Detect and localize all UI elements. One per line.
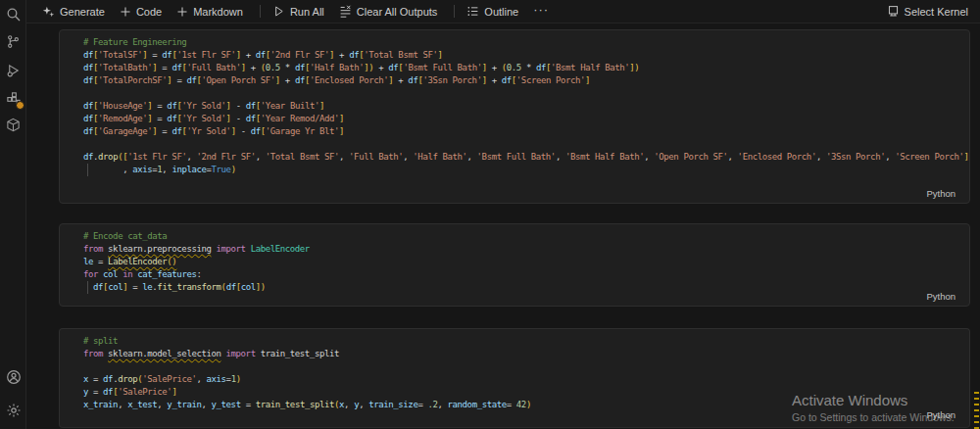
add-markdown-cell-button[interactable]: Markdown bbox=[176, 6, 243, 18]
plus-icon bbox=[120, 6, 131, 18]
kernel-icon bbox=[887, 5, 900, 20]
code-line bbox=[83, 360, 961, 373]
run-all-button[interactable]: Run All bbox=[272, 5, 324, 18]
code-line: # split bbox=[83, 335, 961, 348]
notebook-toolbar: Generate Code Markdown Run All Clear Al bbox=[26, 0, 980, 24]
select-kernel-label: Select Kernel bbox=[905, 6, 968, 18]
cell-language-badge[interactable]: Python bbox=[926, 291, 956, 302]
add-markdown-label: Markdown bbox=[193, 6, 243, 18]
scrollbar-warning-mark bbox=[974, 404, 979, 405]
code-line: df['GarageAge'] = df['Yr Sold'] - df['Ga… bbox=[83, 125, 961, 138]
code-editor[interactable]: # Encode cat_datafrom sklearn.preprocess… bbox=[60, 224, 969, 294]
code-editor[interactable]: # splitfrom sklearn.model_selection impo… bbox=[60, 329, 969, 411]
outline-button[interactable]: Outline bbox=[466, 5, 518, 18]
code-line: df['TotalBath'] = df['Full Bath'] + (0.5… bbox=[83, 62, 961, 74]
sparkle-icon bbox=[42, 5, 55, 18]
code-line: df['TotalPorchSF'] = df['Open Porch SF']… bbox=[83, 74, 961, 87]
generate-button[interactable]: Generate bbox=[42, 5, 105, 18]
code-line: # Feature Engineering bbox=[83, 36, 961, 49]
code-line: x_train, x_test, y_train, y_test = train… bbox=[83, 399, 961, 411]
search-icon[interactable] bbox=[0, 2, 26, 27]
run-all-icon bbox=[272, 5, 285, 18]
toolbar-separator bbox=[260, 5, 261, 18]
overview-ruler[interactable] bbox=[972, 0, 980, 429]
scrollbar-warning-mark bbox=[974, 398, 979, 400]
run-all-label: Run All bbox=[290, 6, 324, 18]
run-and-debug-icon[interactable] bbox=[0, 58, 26, 83]
code-line: df[col] = le.fit_transform(df[col]) bbox=[83, 281, 961, 294]
code-line: y = df['SalePrice'] bbox=[83, 386, 961, 399]
add-code-cell-button[interactable]: Code bbox=[120, 6, 162, 18]
notebook-cell[interactable]: # Feature Engineeringdf['TotalSF'] = df[… bbox=[59, 29, 970, 204]
scrollbar-warning-mark bbox=[974, 415, 979, 417]
cell-language-badge[interactable]: Python bbox=[926, 188, 956, 199]
code-line: x = df.drop('SalePrice', axis=1) bbox=[83, 373, 961, 386]
generate-label: Generate bbox=[60, 6, 105, 18]
clear-all-outputs-button[interactable]: Clear All Outputs bbox=[339, 5, 438, 18]
code-line bbox=[83, 87, 961, 100]
clear-all-outputs-label: Clear All Outputs bbox=[357, 6, 438, 18]
code-editor[interactable]: # Feature Engineeringdf['TotalSF'] = df[… bbox=[60, 30, 969, 176]
code-line: for col in cat_features: bbox=[83, 268, 961, 281]
select-kernel-button[interactable]: Select Kernel bbox=[887, 0, 968, 24]
account-icon[interactable] bbox=[0, 364, 26, 390]
code-line: from sklearn.model_selection import trai… bbox=[83, 348, 961, 360]
toolbar-separator bbox=[454, 5, 455, 18]
plus-icon bbox=[176, 6, 188, 18]
code-line: , axis=1, inplace=True) bbox=[83, 164, 961, 176]
extensions-warning-badge bbox=[16, 101, 24, 110]
scrollbar-warning-mark bbox=[974, 392, 979, 394]
notebook-cell[interactable]: # splitfrom sklearn.model_selection impo… bbox=[59, 328, 970, 428]
code-line: df['HouseAge'] = df['Yr Sold'] - df['Yea… bbox=[83, 100, 961, 113]
code-line: from sklearn.preprocessing import LabelE… bbox=[83, 243, 961, 256]
code-line: # Encode cat_data bbox=[83, 230, 961, 243]
scrollbar-warning-mark bbox=[974, 409, 979, 411]
extensions-icon[interactable] bbox=[0, 85, 26, 111]
activity-bar bbox=[0, 0, 26, 429]
scrollbar-warning-mark bbox=[974, 421, 979, 423]
more-actions-icon[interactable]: ··· bbox=[533, 2, 549, 17]
code-line: df.drop(['1st Flr SF', '2nd Flr SF', 'To… bbox=[83, 151, 961, 164]
outline-list-icon bbox=[466, 5, 479, 18]
add-code-label: Code bbox=[136, 6, 162, 18]
outline-label: Outline bbox=[484, 6, 518, 18]
code-line: le = LabelEncoder() bbox=[83, 256, 961, 268]
notebook-cell[interactable]: # Encode cat_datafrom sklearn.preprocess… bbox=[59, 223, 970, 307]
vscode-window: Generate Code Markdown Run All Clear Al bbox=[0, 0, 980, 429]
clear-all-icon bbox=[339, 5, 352, 18]
settings-gear-icon[interactable] bbox=[0, 398, 26, 423]
remote-package-icon[interactable] bbox=[0, 112, 26, 137]
cell-language-badge[interactable]: Python bbox=[926, 409, 956, 420]
source-control-icon[interactable] bbox=[0, 28, 26, 54]
code-line: df['RemodAge'] = df['Yr Sold'] - df['Yea… bbox=[83, 113, 961, 125]
code-line bbox=[83, 138, 961, 151]
code-line: df['TotalSF'] = df['1st Flr SF'] + df['2… bbox=[83, 49, 961, 62]
